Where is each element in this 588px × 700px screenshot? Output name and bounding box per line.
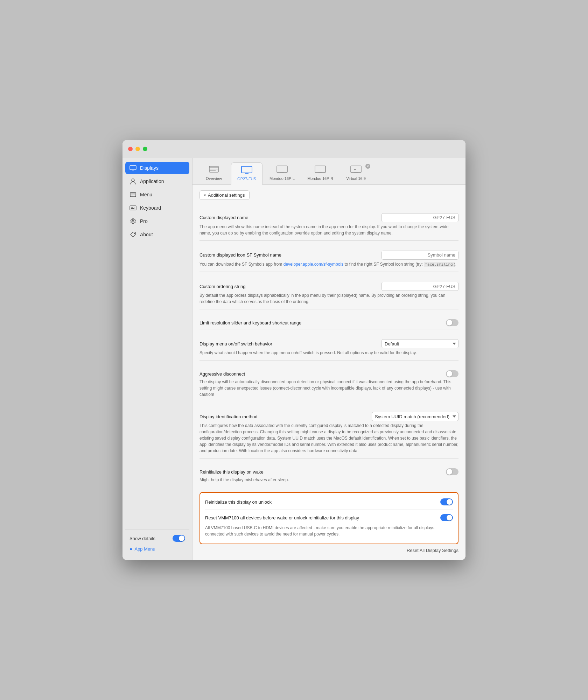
- minimize-button[interactable]: [135, 147, 140, 151]
- custom-name-label: Custom displayed name: [200, 215, 248, 220]
- display-menu-behavior-select[interactable]: Default Always On Always Off: [382, 339, 458, 348]
- monduo16pl-tab-icon: [275, 164, 289, 175]
- highlighted-settings-box: Reinitialize this display on unlock Rese…: [200, 492, 458, 544]
- gear-icon: [130, 218, 136, 225]
- aggressive-disconnect-label: Aggressive disconnect: [200, 371, 245, 377]
- display-identification-label: Display identification method: [200, 414, 257, 419]
- aggressive-disconnect-toggle[interactable]: [446, 370, 458, 377]
- divider-6: [200, 402, 458, 402]
- maximize-button[interactable]: [143, 147, 147, 151]
- sidebar-item-about[interactable]: About: [125, 228, 189, 241]
- sidebar-item-pro[interactable]: Pro: [125, 215, 189, 227]
- virtual169-tab-icon: ✦: [349, 164, 363, 175]
- close-button[interactable]: [128, 147, 133, 151]
- reset-vmm-label: Reset VMM7100 all devices before wake or…: [205, 515, 359, 520]
- reset-all-settings-label[interactable]: Reset All Display Settings: [407, 548, 458, 553]
- divider-3: [200, 309, 458, 309]
- app-menu-label: App Menu: [134, 546, 155, 552]
- sf-symbols-link[interactable]: developer.apple.com/sf-symbols: [284, 262, 343, 267]
- limit-resolution-section: Limit resolution slider and keyboard sho…: [200, 316, 458, 329]
- reset-all-settings-row: Reset All Display Settings: [200, 544, 458, 554]
- sidebar-item-keyboard[interactable]: Keyboard: [125, 202, 189, 214]
- reinitialize-wake-section: Reinitialize this display on wake Might …: [200, 465, 458, 486]
- tab-gp27fus-label: GP27-FUS: [237, 177, 256, 181]
- custom-icon-input[interactable]: [382, 251, 458, 260]
- limit-resolution-toggle[interactable]: [446, 319, 458, 326]
- display-menu-behavior-label: Display menu on/off switch behavior: [200, 341, 272, 346]
- overview-tab-icon: [207, 164, 220, 175]
- reset-vmm-row: Reset VMM7100 all devices before wake or…: [205, 512, 453, 523]
- limit-resolution-row: Limit resolution slider and keyboard sho…: [200, 316, 458, 328]
- gp27fus-tab-icon: [240, 165, 253, 175]
- tab-overview[interactable]: Overview: [198, 162, 230, 184]
- svg-rect-0: [130, 166, 136, 170]
- custom-name-desc: The app menu will show this name instead…: [200, 224, 458, 239]
- reinitialize-wake-toggle[interactable]: [446, 468, 458, 475]
- divider-highlighted: [205, 510, 453, 510]
- svg-text:✦: ✦: [354, 168, 356, 172]
- custom-ordering-row: Custom ordering string: [200, 278, 458, 292]
- scroll-area[interactable]: ▾ Additional settings Custom displayed n…: [192, 185, 465, 560]
- additional-settings-label: Additional settings: [208, 192, 245, 198]
- svg-rect-9: [131, 207, 132, 208]
- tag-icon: [130, 231, 136, 238]
- sidebar-item-menu[interactable]: Menu: [125, 188, 189, 201]
- sidebar-item-application[interactable]: Application: [125, 175, 189, 188]
- toggle-knob-vmm: [447, 515, 452, 520]
- custom-name-input[interactable]: [382, 213, 458, 222]
- sidebar-item-displays[interactable]: Displays: [125, 162, 189, 174]
- reset-vmm-desc: All VMM7100 based USB-C to HDMI devices …: [205, 525, 453, 540]
- additional-settings-button[interactable]: ▾ Additional settings: [200, 190, 250, 200]
- svg-rect-21: [277, 166, 287, 173]
- reinitialize-wake-label: Reinitialize this display on wake: [200, 469, 264, 475]
- svg-rect-12: [131, 208, 134, 209]
- aggressive-disconnect-section: Aggressive disconnect The display will b…: [200, 367, 458, 402]
- sidebar-pro-label: Pro: [140, 218, 148, 224]
- tab-gp27fus[interactable]: GP27-FUS: [231, 162, 262, 185]
- toggle-knob-wake: [447, 469, 452, 475]
- display-identification-select[interactable]: System UUID match (recommended) Basic id…: [372, 412, 458, 421]
- svg-rect-11: [134, 207, 134, 208]
- show-details-toggle[interactable]: [173, 535, 185, 542]
- divider-2: [200, 272, 458, 272]
- main-content: Overview GP27-FUS: [192, 158, 465, 560]
- custom-ordering-label: Custom ordering string: [200, 284, 246, 289]
- toggle-knob-aggressive: [447, 371, 452, 377]
- custom-ordering-section: Custom ordering string By default the ap…: [200, 278, 458, 309]
- tab-monduo16pr-label: Monduo 16P-R: [307, 176, 333, 181]
- reset-vmm-toggle[interactable]: [440, 514, 453, 521]
- custom-icon-row: Custom displayed icon SF Symbol name: [200, 247, 458, 261]
- sidebar-application-label: Application: [140, 178, 164, 184]
- custom-ordering-desc: By default the app orders displays alpha…: [200, 292, 458, 308]
- virtual-tab-close-icon[interactable]: ✕: [365, 164, 370, 169]
- custom-name-section: Custom displayed name The app menu will …: [200, 210, 458, 241]
- tab-virtual169[interactable]: ✕ ✦ Virtual 16:9: [340, 162, 372, 184]
- list-bullet-icon: [130, 191, 136, 198]
- divider-5: [200, 360, 458, 360]
- show-details-row: Show details: [127, 533, 188, 544]
- tab-monduo16pl[interactable]: Monduo 16P-L: [264, 162, 300, 184]
- sidebar-displays-label: Displays: [140, 165, 159, 171]
- display-identification-desc: This configures how the data associated …: [200, 422, 458, 457]
- reinitialize-wake-row: Reinitialize this display on wake: [200, 465, 458, 477]
- app-menu-button[interactable]: ● App Menu: [127, 544, 188, 554]
- tab-monduo16pr[interactable]: Monduo 16P-R: [302, 162, 339, 184]
- custom-ordering-input[interactable]: [382, 282, 458, 291]
- svg-point-13: [134, 233, 135, 234]
- divider-1: [200, 240, 458, 241]
- display-menu-behavior-desc: Specify what should happen when the app …: [200, 350, 458, 359]
- custom-name-row: Custom displayed name: [200, 210, 458, 224]
- sidebar: Displays Application: [122, 158, 192, 560]
- tab-monduo16pl-label: Monduo 16P-L: [270, 176, 295, 181]
- content-area: Displays Application: [122, 158, 465, 560]
- main-window: Displays Application: [122, 140, 465, 560]
- toggle-knob-unlock: [447, 499, 452, 505]
- titlebar: [122, 140, 465, 158]
- reinitialize-wake-desc: Might help if the display misbehaves aft…: [200, 477, 458, 486]
- display-menu-behavior-row: Display menu on/off switch behavior Defa…: [200, 336, 458, 350]
- divider-7: [200, 458, 458, 458]
- sidebar-bottom: Show details ● App Menu: [125, 530, 189, 556]
- reinitialize-unlock-row: Reinitialize this display on unlock: [205, 496, 453, 507]
- reinitialize-unlock-toggle[interactable]: [440, 498, 453, 505]
- monitor-icon: [130, 164, 136, 172]
